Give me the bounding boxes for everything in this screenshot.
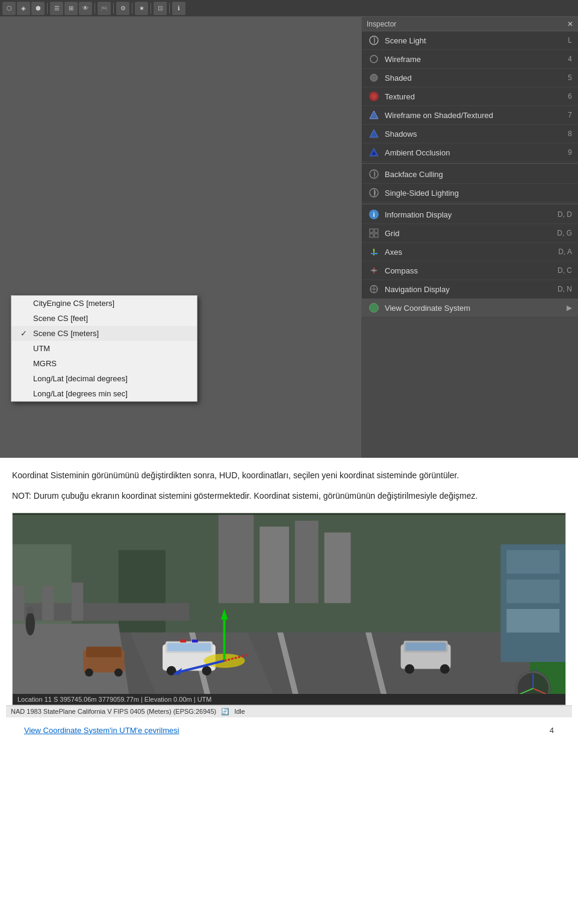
toolbar-icon-3[interactable]: ⬢ xyxy=(31,2,45,15)
toolbar-icon-7[interactable]: 🎮 xyxy=(98,2,111,15)
toolbar-sep-6 xyxy=(169,3,170,14)
menu-item-label: Information Display xyxy=(385,210,452,219)
context-menu-item-mgrs[interactable]: MGRS xyxy=(11,356,197,371)
context-menu-item-longlat-decimal[interactable]: Long/Lat [decimal degrees] xyxy=(11,371,197,386)
menu-item-navigation-display[interactable]: Navigation Display D, N xyxy=(362,280,578,299)
menu-dropdown: Scene Light L Wireframe 4 xyxy=(362,31,578,317)
context-menu-item-utm[interactable]: UTM xyxy=(11,341,197,356)
inspector-header: Inspector ✕ xyxy=(362,17,578,31)
svg-rect-62 xyxy=(405,642,446,651)
menu-item-textured[interactable]: Textured 6 xyxy=(362,87,578,106)
inspector-panel: Inspector ✕ Scene Light L xyxy=(361,17,578,317)
toolbar-sep-5 xyxy=(151,3,151,14)
software-ui: ⬡ ◈ ⬢ ☰ ⊞ 👁 🎮 ⚙ ★ ⊡ ℹ Inspector ✕ xyxy=(0,0,578,458)
svg-marker-33 xyxy=(248,632,424,703)
info-circle-icon: i xyxy=(369,210,379,219)
context-menu-label: Long/Lat [decimal degrees] xyxy=(33,374,128,383)
svg-marker-16 xyxy=(373,248,375,251)
menu-item-label: Wireframe on Shaded/Textured xyxy=(385,111,493,120)
wireframe-icon xyxy=(368,53,380,65)
menu-item-left: Textured xyxy=(368,90,415,102)
menu-item-left: View Coordinate System xyxy=(368,302,470,314)
menu-item-label: Backface Culling xyxy=(385,170,443,179)
menu-item-single-sided[interactable]: Single-Sided Lighting xyxy=(362,184,578,202)
single-sided-icon xyxy=(368,187,380,199)
backface-culling-icon xyxy=(368,168,380,180)
menu-item-view-coordinate-system[interactable]: View Coordinate System ▶ xyxy=(362,299,578,317)
context-menu-item-scene-cs-meters[interactable]: ✓ Scene CS [meters] xyxy=(11,326,197,341)
scene-svg: Z xyxy=(13,513,565,705)
menu-item-compass[interactable]: Compass D, C xyxy=(362,261,578,280)
svg-rect-11 xyxy=(374,229,378,233)
toolbar-icon-6[interactable]: 👁 xyxy=(79,2,92,15)
svg-point-63 xyxy=(405,664,414,674)
menu-item-axes[interactable]: Axes D, A xyxy=(362,243,578,261)
menu-separator-1 xyxy=(362,163,578,164)
toolbar-icon-5[interactable]: ⊞ xyxy=(64,2,78,15)
link-view-coordinate[interactable]: View Coordinate System'in UTM'e çevrilme… xyxy=(12,721,191,740)
menu-item-left: Ambient Occlusion xyxy=(368,146,450,158)
context-menu-label: Scene CS [feet] xyxy=(33,314,88,323)
scene-status-bar: Location 11 S 395745.06m 3779059.77m | E… xyxy=(13,694,565,705)
toolbar-icon-4[interactable]: ☰ xyxy=(50,2,63,15)
context-menu-item-cityengine[interactable]: CityEngine CS [meters] xyxy=(11,296,197,311)
toolbar-icon-11[interactable]: ℹ xyxy=(172,2,185,15)
inspector-close[interactable]: ✕ xyxy=(567,20,573,28)
page-footer: View Coordinate System'in UTM'e çevrilme… xyxy=(0,717,578,743)
menu-item-ambient-occlusion[interactable]: Ambient Occlusion 9 xyxy=(362,143,578,162)
toolbar-icon-2[interactable]: ◈ xyxy=(17,2,30,15)
toolbar: ⬡ ◈ ⬢ ☰ ⊞ 👁 🎮 ⚙ ★ ⊡ ℹ xyxy=(0,0,578,17)
svg-point-55 xyxy=(202,666,211,676)
context-menu-item-longlat-minsec[interactable]: Long/Lat [degrees min sec] xyxy=(11,386,197,401)
toolbar-sep-1 xyxy=(47,3,48,14)
svg-marker-3 xyxy=(370,111,378,119)
svg-rect-28 xyxy=(13,585,25,621)
svg-rect-57 xyxy=(86,646,122,657)
scene-wrapper: Z Location 11 S 395745.06m 3779059.77m |… xyxy=(6,513,572,717)
menu-item-shortcut: D, N xyxy=(558,285,572,293)
context-menu-label: CityEngine CS [meters] xyxy=(33,299,114,308)
menu-item-left: Wireframe on Shaded/Textured xyxy=(368,109,493,121)
menu-item-shadows[interactable]: Shadows 8 xyxy=(362,125,578,143)
menu-item-left: Shaded xyxy=(368,72,412,84)
menu-item-wireframe-shaded[interactable]: Wireframe on Shaded/Textured 7 xyxy=(362,106,578,125)
toolbar-icon-10[interactable]: ⊡ xyxy=(154,2,167,15)
app-status-bar: NAD 1983 StatePlane California V FIPS 04… xyxy=(6,705,572,717)
toolbar-icon-8[interactable]: ⚙ xyxy=(116,2,129,15)
menu-item-left: Shadows xyxy=(368,128,417,140)
menu-item-grid[interactable]: Grid D, G xyxy=(362,224,578,243)
menu-item-shortcut: ▶ xyxy=(567,304,572,312)
bottom-text-section: Koordinat Sisteminin görünümünü değiştir… xyxy=(0,458,578,503)
menu-item-backface-culling[interactable]: Backface Culling xyxy=(362,165,578,184)
menu-item-label: Scene Light xyxy=(385,36,426,45)
svg-rect-51 xyxy=(167,643,211,651)
svg-rect-29 xyxy=(42,585,54,621)
menu-item-shaded[interactable]: Shaded 5 xyxy=(362,69,578,87)
note-text: NOT: Durum çubuğu ekranın koordinat sist… xyxy=(12,489,566,502)
menu-item-wireframe[interactable]: Wireframe 4 xyxy=(362,50,578,69)
menu-item-left: Scene Light xyxy=(368,34,426,46)
menu-item-shortcut: D, A xyxy=(558,248,572,256)
toolbar-sep-2 xyxy=(95,3,95,14)
shaded-icon xyxy=(368,72,380,84)
svg-rect-52 xyxy=(180,640,186,643)
svg-point-48 xyxy=(26,607,34,614)
toolbar-icon-9[interactable]: ★ xyxy=(135,2,148,15)
menu-item-left: Grid xyxy=(368,227,400,239)
svg-rect-40 xyxy=(506,550,559,573)
menu-item-label: Textured xyxy=(385,92,415,101)
context-menu-item-scene-cs-feet[interactable]: Scene CS [feet] xyxy=(11,311,197,326)
menu-item-info-display[interactable]: i Information Display D, D xyxy=(362,205,578,224)
svg-marker-17 xyxy=(376,252,378,255)
svg-point-2 xyxy=(370,74,378,81)
svg-rect-42 xyxy=(506,609,559,632)
scene-container: Z Location 11 S 395745.06m 3779059.77m |… xyxy=(12,513,566,705)
toolbar-icon-1[interactable]: ⬡ xyxy=(2,2,16,15)
svg-marker-19 xyxy=(370,269,378,272)
menu-item-shortcut: D, G xyxy=(557,229,572,237)
menu-item-shortcut: L xyxy=(568,36,572,45)
menu-item-shortcut: 8 xyxy=(568,130,572,138)
menu-item-scene-light[interactable]: Scene Light L xyxy=(362,31,578,50)
menu-item-left: i Information Display xyxy=(368,208,452,220)
wireframe-shaded-icon xyxy=(368,109,380,121)
